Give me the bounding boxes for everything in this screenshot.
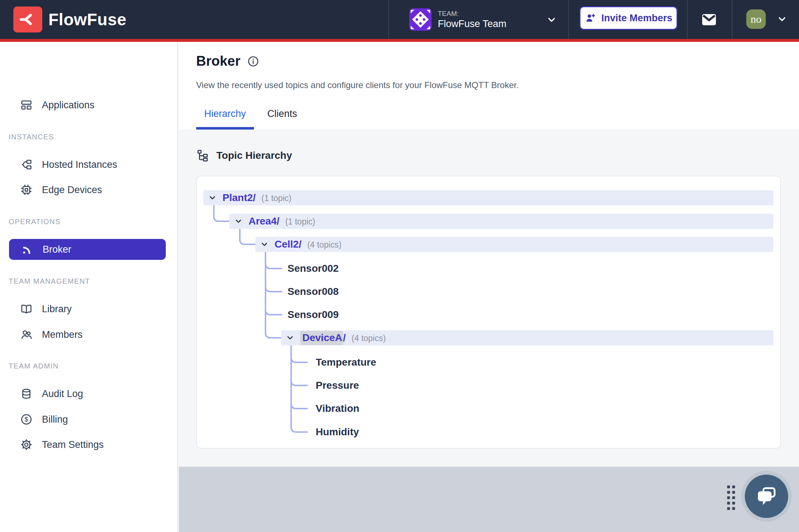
- sidebar-section-team-admin: TEAM ADMIN: [9, 362, 59, 371]
- user-menu[interactable]: no: [746, 9, 787, 29]
- user-avatar-text: no: [751, 13, 761, 25]
- tab-hierarchy[interactable]: Hierarchy: [196, 108, 254, 130]
- edge-devices-icon: [20, 184, 33, 196]
- info-icon[interactable]: [247, 55, 259, 67]
- divider: [687, 0, 688, 39]
- chevron-down-icon[interactable]: [260, 240, 269, 249]
- audit-log-icon: [20, 388, 33, 400]
- library-icon: [20, 303, 33, 315]
- flowfuse-logo-icon: [13, 6, 42, 32]
- chat-widget-button[interactable]: [745, 475, 788, 518]
- tree-leaf-humidity: Humidity: [316, 424, 359, 440]
- svg-text:$: $: [25, 416, 28, 423]
- chat-bubbles-icon: [756, 485, 777, 507]
- notifications-mail-button[interactable]: [700, 10, 718, 29]
- tree-node-count: (1 topic): [262, 192, 291, 203]
- sidebar-item-library[interactable]: Library: [20, 300, 72, 318]
- team-label: TEAM:: [438, 9, 506, 18]
- flowfuse-logo[interactable]: FlowFuse: [13, 6, 126, 32]
- tree-leaf-sensor009: Sensor009: [288, 307, 339, 322]
- tree-connector: [239, 229, 255, 245]
- invite-members-label: Invite Members: [601, 13, 673, 24]
- mail-icon: [700, 12, 718, 27]
- sidebar-item-hosted-instances[interactable]: Hosted Instances: [20, 156, 117, 173]
- sidebar-item-label: Team Settings: [42, 439, 104, 450]
- sidebar-section-operations: OPERATIONS: [9, 218, 61, 226]
- chevron-down-icon[interactable]: [208, 193, 217, 202]
- tree-connector: [290, 423, 308, 433]
- team-avatar: [409, 8, 432, 31]
- tree-connector: [290, 354, 308, 363]
- tree-node-label-selected-text: DeviceA: [300, 331, 343, 345]
- tree-node-label-suffix: /: [343, 332, 346, 344]
- brand-name: FlowFuse: [48, 10, 126, 29]
- footer-band: [179, 467, 799, 532]
- top-navbar: FlowFuse TEAM: FlowFuse Team: [0, 0, 799, 39]
- tree-node-label: Plant2/: [223, 192, 256, 204]
- settings-icon: [20, 439, 33, 451]
- hosted-instances-icon: [20, 158, 33, 171]
- tree-node-count: (1 topic): [285, 216, 315, 227]
- topic-hierarchy-icon: [196, 149, 209, 162]
- sidebar-item-label: Hosted Instances: [42, 159, 117, 170]
- user-chevron-down-icon: [777, 14, 787, 25]
- tree-leaf-vibration: Vibration: [316, 401, 359, 416]
- chevron-down-icon[interactable]: [234, 217, 243, 226]
- sidebar-item-label: Applications: [42, 100, 95, 111]
- tree-node-plant2[interactable]: Plant2/ (1 topic): [203, 190, 773, 205]
- tree-leaf-sensor002: Sensor002: [288, 261, 339, 276]
- tree-connector: [265, 328, 281, 339]
- tree-leaf-pressure: Pressure: [316, 378, 359, 393]
- tree-node-devicea[interactable]: DeviceA/ (4 topics): [281, 330, 773, 345]
- tree-node-count: (4 topics): [307, 239, 342, 250]
- tree-node-label: Area4/: [249, 215, 280, 227]
- tree-node-cell2[interactable]: Cell2/ (4 topics): [255, 237, 773, 252]
- invite-members-button[interactable]: Invite Members: [579, 6, 678, 30]
- sidebar-item-applications[interactable]: Applications: [20, 96, 95, 114]
- billing-icon: $: [20, 413, 33, 426]
- team-chevron-down-icon[interactable]: [546, 14, 557, 27]
- sidebar-item-broker-active[interactable]: Broker: [9, 239, 166, 260]
- tab-bar: Hierarchy Clients: [196, 108, 297, 130]
- topic-hierarchy-card: Plant2/ (1 topic) Area4/ (1 topic) Cell2…: [196, 176, 781, 449]
- members-icon: [20, 328, 33, 341]
- team-selector[interactable]: TEAM: FlowFuse Team: [409, 8, 506, 31]
- accent-divider: [0, 39, 799, 42]
- tree-node-label: Cell2/: [275, 239, 302, 250]
- sidebar-item-label: Edge Devices: [42, 184, 102, 196]
- team-name: FlowFuse Team: [438, 18, 506, 30]
- page-title: Broker: [196, 53, 241, 69]
- drag-handle[interactable]: [727, 485, 735, 510]
- tree-leaf-temperature: Temperature: [316, 355, 376, 370]
- sidebar-item-edge-devices[interactable]: Edge Devices: [20, 181, 102, 199]
- sidebar-section-instances: INSTANCES: [9, 133, 54, 141]
- tree-node-count: (4 topics): [351, 332, 386, 343]
- sidebar-item-team-settings[interactable]: Team Settings: [20, 436, 104, 453]
- sidebar: Applications INSTANCES Hosted Instances …: [0, 42, 178, 532]
- section-title: Topic Hierarchy: [216, 150, 292, 161]
- sidebar-item-label: Members: [42, 329, 83, 340]
- tree-connector: [265, 283, 282, 292]
- sidebar-item-billing[interactable]: $ Billing: [20, 411, 68, 428]
- chevron-down-icon[interactable]: [286, 333, 294, 342]
- tree-connector: [265, 260, 282, 269]
- sidebar-item-audit-log[interactable]: Audit Log: [20, 385, 83, 402]
- user-avatar: no: [746, 9, 766, 29]
- tree-connector: [290, 377, 308, 386]
- tree-connector: [265, 306, 282, 315]
- sidebar-section-team-management: TEAM MANAGEMENT: [9, 277, 90, 286]
- broker-rss-icon: [21, 243, 33, 256]
- person-plus-icon: [585, 12, 596, 24]
- sidebar-item-label: Broker: [43, 244, 72, 255]
- divider: [568, 0, 569, 39]
- tree-node-area4[interactable]: Area4/ (1 topic): [229, 214, 773, 229]
- sidebar-item-label: Billing: [42, 414, 68, 425]
- sidebar-item-members[interactable]: Members: [20, 326, 83, 343]
- sidebar-item-label: Audit Log: [42, 388, 83, 400]
- tree-leaf-sensor008: Sensor008: [288, 284, 339, 299]
- tree-connector: [290, 400, 308, 409]
- divider: [732, 0, 733, 39]
- tab-clients[interactable]: Clients: [267, 108, 297, 130]
- sidebar-item-label: Library: [42, 304, 72, 315]
- page-description: View the recently used topics and config…: [196, 80, 519, 90]
